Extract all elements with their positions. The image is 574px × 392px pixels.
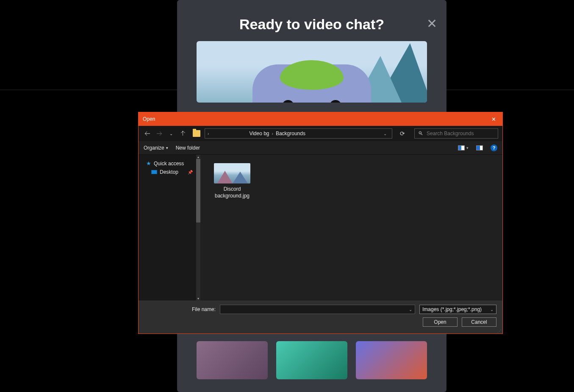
file-type-filter[interactable]: Images (*.jpg;*.jpeg;*.png) ⌄ bbox=[419, 305, 496, 314]
navigation-bar: 🡠 🡢 ⌄ 🡡 › Video bg › Backgrounds ⌄ ⟳ 🔍︎ bbox=[139, 126, 502, 141]
breadcrumb-segment[interactable]: Backgrounds bbox=[276, 131, 305, 136]
dropdown-icon: ▾ bbox=[166, 146, 168, 150]
breadcrumb-bar[interactable]: › Video bg › Backgrounds ⌄ bbox=[205, 128, 392, 139]
chevron-right-icon: › bbox=[272, 131, 273, 136]
up-button[interactable]: 🡡 bbox=[178, 129, 188, 138]
discord-close-icon[interactable]: ✕ bbox=[427, 16, 437, 31]
quick-access-icon: ★ bbox=[146, 160, 151, 167]
discord-background-thumbnails bbox=[197, 341, 427, 379]
chevron-right-icon: › bbox=[208, 131, 209, 136]
recent-locations-dropdown[interactable]: ⌄ bbox=[166, 129, 176, 138]
thumbnails-icon bbox=[458, 145, 465, 150]
file-name-label: Discord background.jpg bbox=[209, 186, 255, 199]
folder-icon bbox=[193, 130, 200, 137]
background-thumbnail[interactable] bbox=[356, 341, 427, 379]
search-input[interactable] bbox=[427, 131, 494, 136]
pin-icon: 📌 bbox=[188, 170, 193, 175]
new-folder-button[interactable]: New folder bbox=[176, 145, 200, 151]
background-thumbnail[interactable] bbox=[197, 341, 268, 379]
background-thumbnail[interactable] bbox=[276, 341, 347, 379]
search-box[interactable]: 🔍︎ bbox=[414, 128, 498, 139]
desktop-icon bbox=[151, 170, 157, 174]
forward-button[interactable]: 🡢 bbox=[155, 129, 164, 138]
resize-grip[interactable]: ⋰ bbox=[497, 330, 502, 333]
breadcrumb-segment[interactable]: Video bg bbox=[249, 131, 269, 136]
open-button[interactable]: Open bbox=[423, 317, 458, 327]
breadcrumb-dropdown[interactable]: ⌄ bbox=[381, 131, 389, 136]
dialog-body: ★ Quick access Desktop 📌 ▴ ▾ Discord bac… bbox=[139, 155, 502, 300]
discord-preview-image bbox=[197, 41, 427, 103]
discord-modal-title: Ready to video chat? bbox=[177, 0, 446, 41]
close-icon[interactable]: ✕ bbox=[487, 116, 500, 122]
organize-menu[interactable]: Organize ▾ bbox=[144, 145, 168, 151]
dropdown-icon[interactable]: ⌄ bbox=[409, 307, 412, 312]
file-name-label: File name: bbox=[144, 306, 216, 312]
leaf-shape bbox=[280, 60, 344, 90]
search-icon: 🔍︎ bbox=[418, 131, 423, 136]
file-list-area[interactable]: Discord background.jpg bbox=[200, 155, 502, 300]
dropdown-icon: ▾ bbox=[466, 146, 469, 150]
scroll-down-icon[interactable]: ▾ bbox=[196, 296, 200, 300]
cancel-button[interactable]: Cancel bbox=[462, 317, 496, 327]
view-mode-button[interactable]: ▾ bbox=[458, 145, 469, 150]
sidebar-scrollbar[interactable]: ▴ ▾ bbox=[196, 155, 200, 300]
file-item[interactable]: Discord background.jpg bbox=[209, 163, 255, 199]
sidebar-item-desktop[interactable]: Desktop 📌 bbox=[141, 168, 198, 176]
dialog-title: Open bbox=[143, 116, 155, 122]
help-icon[interactable]: ? bbox=[491, 145, 497, 151]
dropdown-icon: ⌄ bbox=[490, 307, 494, 312]
wumpus-illustration bbox=[252, 64, 371, 103]
file-thumbnail bbox=[214, 163, 250, 183]
dialog-titlebar[interactable]: Open ✕ bbox=[139, 112, 502, 126]
refresh-button[interactable]: ⟳ bbox=[397, 128, 408, 139]
navigation-sidebar: ★ Quick access Desktop 📌 ▴ ▾ bbox=[139, 155, 200, 300]
preview-pane-button[interactable] bbox=[476, 145, 483, 150]
eye-shape bbox=[282, 100, 294, 103]
dialog-toolbar: Organize ▾ New folder ▾ ? bbox=[139, 141, 502, 155]
back-button[interactable]: 🡠 bbox=[143, 129, 152, 138]
file-open-dialog: Open ✕ 🡠 🡢 ⌄ 🡡 › Video bg › Backgrounds … bbox=[138, 112, 503, 334]
file-name-input[interactable]: ⌄ bbox=[220, 305, 415, 314]
scrollbar-thumb[interactable] bbox=[196, 159, 200, 222]
scroll-up-icon[interactable]: ▴ bbox=[196, 155, 200, 159]
sidebar-item-quick-access[interactable]: ★ Quick access bbox=[141, 159, 198, 168]
eye-shape bbox=[330, 100, 341, 103]
dialog-footer: File name: ⌄ Images (*.jpg;*.jpeg;*.png)… bbox=[139, 300, 502, 334]
